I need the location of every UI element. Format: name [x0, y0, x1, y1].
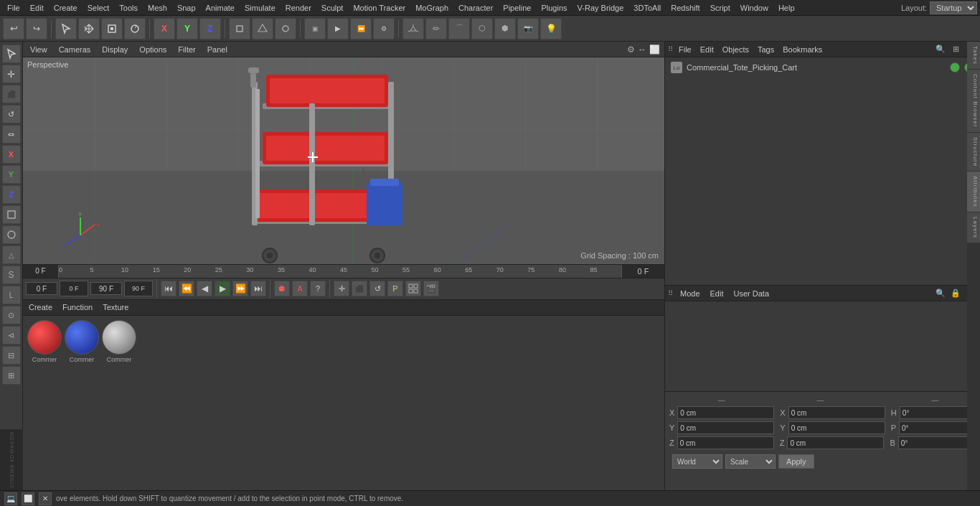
layout-select[interactable]: Startup: [930, 1, 977, 14]
scale-transport-btn[interactable]: ⬛: [352, 281, 367, 296]
start-frame-field[interactable]: [26, 282, 57, 295]
vp-menu-options[interactable]: Options: [136, 44, 169, 55]
menu-script[interactable]: Script: [706, 2, 735, 14]
obj-expand-icon[interactable]: ⊞: [949, 43, 962, 56]
goto-end-button[interactable]: ⏭: [250, 281, 266, 296]
obj-menu-edit[interactable]: Edit: [697, 44, 717, 55]
render-region-button[interactable]: ▣: [304, 18, 326, 39]
undo-button[interactable]: ↩: [3, 18, 24, 39]
menu-simulate[interactable]: Simulate: [240, 2, 280, 14]
obj-menu-file[interactable]: File: [676, 44, 694, 55]
scale-select[interactable]: Scale: [725, 454, 776, 469]
coord-x-size[interactable]: [788, 406, 885, 419]
menu-help[interactable]: Help: [774, 2, 799, 14]
tool-4[interactable]: ↺: [2, 105, 21, 123]
right-tab-content[interactable]: Content Browser: [967, 70, 980, 133]
material-item-1[interactable]: Commer: [65, 320, 99, 363]
tool-2[interactable]: ✛: [2, 65, 21, 83]
attr-menu-userdata[interactable]: User Data: [731, 288, 773, 299]
spline-button[interactable]: ⌒: [448, 18, 470, 39]
menu-mograph[interactable]: MoGraph: [411, 2, 453, 14]
render-all-button[interactable]: ⏩: [350, 18, 372, 39]
render-active-button[interactable]: ▶: [327, 18, 349, 39]
coord-x-pos[interactable]: [677, 406, 774, 419]
menu-sculpt[interactable]: Sculpt: [317, 2, 348, 14]
pin-transport-btn[interactable]: P: [387, 281, 403, 296]
menu-file[interactable]: File: [3, 2, 24, 14]
right-tab-structure[interactable]: Structure: [967, 133, 980, 172]
attr-menu-edit[interactable]: Edit: [707, 288, 727, 299]
vp-menu-filter[interactable]: Filter: [175, 44, 198, 55]
step-forward-button[interactable]: ⏩: [232, 281, 248, 296]
mat-menu-texture[interactable]: Texture: [100, 301, 131, 313]
pen-button[interactable]: ✏: [425, 18, 447, 39]
tool-6[interactable]: X: [2, 145, 21, 164]
move-transport-btn[interactable]: ✛: [334, 281, 349, 296]
redo-button[interactable]: ↪: [26, 18, 47, 39]
coord-y-size[interactable]: [788, 421, 885, 434]
axis-z-button[interactable]: Z: [199, 18, 221, 39]
tool-3[interactable]: ⬛: [2, 85, 21, 103]
coord-z-size[interactable]: [787, 436, 884, 449]
menu-vray[interactable]: V-Ray Bridge: [573, 2, 628, 14]
scene-button[interactable]: ⬢: [494, 18, 516, 39]
status-icon-2[interactable]: ⬜: [22, 492, 34, 505]
tool-11[interactable]: △: [2, 245, 21, 264]
vp-menu-cameras[interactable]: Cameras: [56, 44, 94, 55]
obj-search-icon[interactable]: 🔍: [934, 43, 947, 56]
tool-14[interactable]: ⊙: [2, 306, 21, 324]
cube-button[interactable]: [402, 18, 424, 39]
vp-icon-2[interactable]: ↔: [638, 44, 646, 55]
goto-start-button[interactable]: ⏮: [161, 281, 176, 296]
right-tab-layers[interactable]: Layers: [967, 212, 980, 243]
viewport[interactable]: Perspective: [23, 57, 664, 264]
menu-create[interactable]: Create: [50, 2, 82, 14]
keyframe-button[interactable]: ?: [310, 281, 326, 296]
menu-redshift[interactable]: Redshift: [666, 2, 704, 14]
mat-menu-create[interactable]: Create: [26, 301, 55, 313]
select-tool-button[interactable]: [55, 18, 77, 39]
obj-menu-bookmarks[interactable]: Bookmarks: [780, 44, 825, 55]
tool-12[interactable]: S: [2, 266, 21, 284]
vp-menu-panel[interactable]: Panel: [204, 44, 230, 55]
grid-transport-btn[interactable]: [405, 281, 421, 296]
menu-pipeline[interactable]: Pipeline: [499, 2, 535, 14]
status-icon-1[interactable]: 💻: [4, 492, 17, 505]
rotate-transport-btn[interactable]: ↺: [369, 281, 385, 296]
menu-select[interactable]: Select: [83, 2, 114, 14]
vp-icon-1[interactable]: ⚙: [627, 44, 635, 55]
edge-mode-button[interactable]: [275, 18, 296, 39]
object-mode-button[interactable]: [229, 18, 250, 39]
right-tab-attributes[interactable]: Attributes: [967, 172, 980, 212]
menu-snap[interactable]: Snap: [173, 2, 200, 14]
play-forward-button[interactable]: ▶: [215, 281, 230, 296]
material-item-2[interactable]: Commer: [102, 320, 136, 363]
tool-10[interactable]: [2, 225, 21, 244]
tool-15[interactable]: ⊲: [2, 326, 21, 345]
tool-17[interactable]: ⊞: [2, 366, 21, 385]
axis-x-button[interactable]: X: [154, 18, 175, 39]
menu-plugins[interactable]: Plugins: [537, 2, 571, 14]
tool-7[interactable]: Y: [2, 165, 21, 184]
axis-y-button[interactable]: Y: [176, 18, 198, 39]
tool-5[interactable]: ⇔: [2, 125, 21, 144]
tool-13[interactable]: L: [2, 286, 21, 304]
right-tab-takes[interactable]: Takes: [967, 42, 980, 70]
auto-key-button[interactable]: A: [292, 281, 308, 296]
apply-button[interactable]: Apply: [778, 454, 814, 469]
deform-button[interactable]: ⬡: [471, 18, 493, 39]
vp-icon-3[interactable]: ⬜: [649, 44, 660, 55]
world-select[interactable]: World: [672, 454, 722, 469]
scale-tool-button[interactable]: [101, 18, 123, 39]
tool-16[interactable]: ⊟: [2, 346, 21, 365]
light-button[interactable]: 💡: [540, 18, 562, 39]
menu-character[interactable]: Character: [454, 2, 497, 14]
obj-menu-objects[interactable]: Objects: [720, 44, 752, 55]
menu-tools[interactable]: Tools: [115, 2, 142, 14]
attr-search-icon[interactable]: 🔍: [934, 287, 947, 300]
menu-window[interactable]: Window: [736, 2, 773, 14]
menu-3dtoall[interactable]: 3DToAll: [629, 2, 665, 14]
vp-menu-view[interactable]: View: [27, 44, 50, 55]
vp-menu-display[interactable]: Display: [99, 44, 131, 55]
rotate-tool-button[interactable]: [124, 18, 146, 39]
